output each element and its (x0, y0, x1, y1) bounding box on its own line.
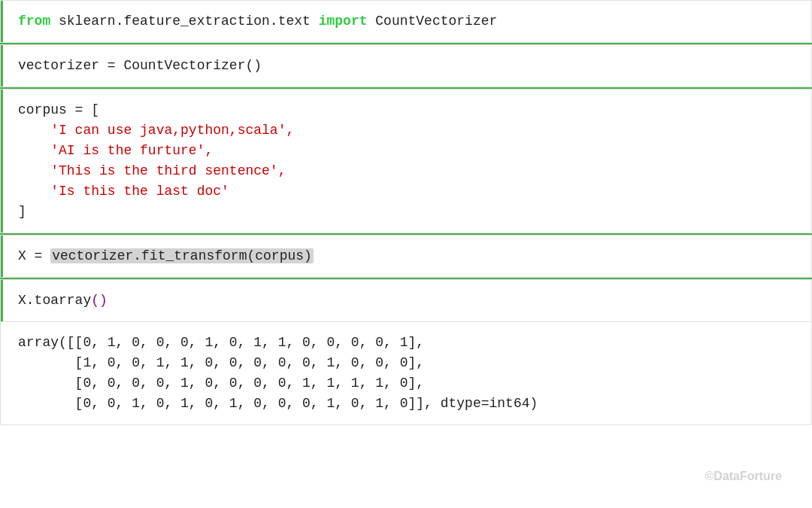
page-wrap: from sklearn.feature_extraction.text imp… (0, 0, 812, 508)
cell3-line3: 'AI is the furture', (18, 141, 796, 161)
output-line4: [0, 0, 1, 0, 1, 0, 1, 0, 0, 0, 1, 0, 1, … (18, 394, 796, 414)
cell2-input: vectorizer = CountVectorizer() (1, 45, 811, 87)
cell3-line5: 'Is this the last doc' (18, 181, 796, 202)
cell3-line2: 'I can use java,python,scala', (18, 120, 796, 141)
cell1-text2: CountVectorizer (368, 14, 498, 29)
output-line1: array([[0, 1, 0, 0, 0, 1, 0, 1, 1, 0, 0,… (18, 333, 796, 353)
cell5-output-content: array([[0, 1, 0, 0, 0, 1, 0, 1, 1, 0, 0,… (1, 322, 811, 424)
cell3: corpus = [ 'I can use java,python,scala'… (0, 89, 812, 233)
cell5-text1: X.toarray (18, 293, 91, 308)
kw-from: from (18, 14, 50, 29)
cell2-text: vectorizer = CountVectorizer() (18, 58, 262, 73)
output-line3: [0, 0, 0, 0, 1, 0, 0, 0, 0, 1, 1, 1, 1, … (18, 373, 796, 394)
cell1-input: from sklearn.feature_extraction.text imp… (1, 1, 811, 42)
cell3-input: corpus = [ 'I can use java,python,scala'… (1, 90, 811, 233)
cell1: from sklearn.feature_extraction.text imp… (0, 0, 812, 43)
cell3-line4: 'This is the third sentence', (18, 161, 796, 181)
cell3-line1: corpus = [ (18, 100, 796, 120)
cell3-line6: ] (18, 202, 796, 222)
cell5: X.toarray() (0, 279, 812, 322)
cell1-text1: sklearn.feature_extraction.text (50, 14, 318, 29)
cell5-parens: () (91, 293, 108, 308)
output-line2: [1, 0, 0, 1, 1, 0, 0, 0, 0, 0, 1, 0, 0, … (18, 353, 796, 373)
kw-import: import (319, 14, 368, 29)
cell4-input: X = vectorizer.fit_transform(corpus) (1, 236, 811, 277)
cell5-output: array([[0, 1, 0, 0, 0, 1, 0, 1, 1, 0, 0,… (0, 322, 812, 425)
cell4-text1: X = (18, 248, 50, 263)
cell4: X = vectorizer.fit_transform(corpus) (0, 235, 812, 278)
cell4-text2: vectorizer.fit_transform(corpus) (50, 248, 314, 263)
cell5-input: X.toarray() (1, 280, 811, 321)
watermark: ©DataForture (705, 467, 782, 485)
cell2: vectorizer = CountVectorizer() (0, 44, 812, 87)
